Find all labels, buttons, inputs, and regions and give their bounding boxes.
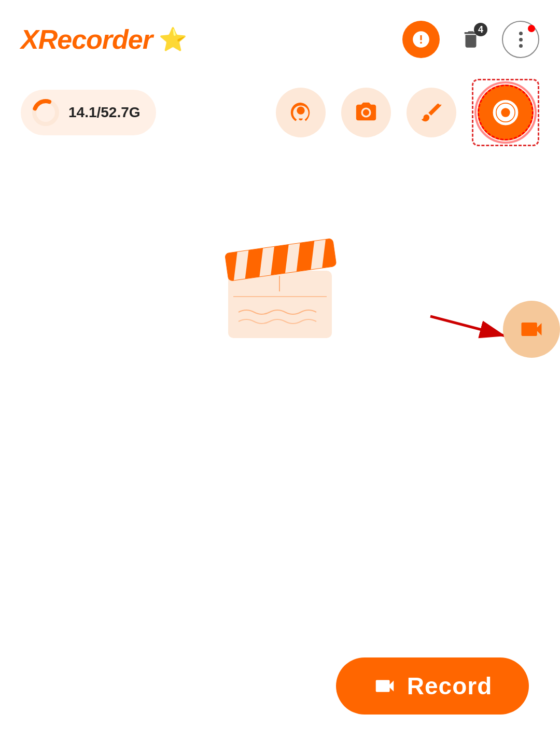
trash-badge: 4 bbox=[474, 23, 487, 36]
camera-icon bbox=[354, 101, 378, 124]
header: XRecorder ⭐ 4 bbox=[0, 0, 560, 68]
record-video-icon bbox=[373, 674, 397, 698]
storage-text: 14.1/52.7G bbox=[68, 104, 141, 121]
app-logo: XRecorder ⭐ bbox=[21, 24, 187, 55]
brush-icon bbox=[419, 101, 443, 124]
clapper-illustration bbox=[218, 229, 342, 343]
record-main-button[interactable] bbox=[478, 85, 534, 141]
floating-camera-button[interactable] bbox=[503, 301, 560, 358]
record-circle-icon bbox=[492, 99, 519, 126]
webcam-button[interactable] bbox=[276, 88, 326, 137]
screenshot-button[interactable] bbox=[341, 88, 391, 137]
webcam-icon bbox=[289, 101, 313, 124]
alert-button[interactable] bbox=[402, 21, 440, 58]
header-actions: 4 bbox=[402, 21, 539, 58]
brush-button[interactable] bbox=[407, 88, 456, 137]
record-main-wrapper bbox=[472, 79, 539, 146]
more-button[interactable] bbox=[502, 21, 539, 58]
storage-indicator: 14.1/52.7G bbox=[21, 90, 156, 135]
more-dots-icon bbox=[519, 32, 523, 48]
svg-line-17 bbox=[430, 316, 506, 336]
record-bottom-button[interactable]: Record bbox=[336, 657, 529, 715]
svg-point-2 bbox=[297, 107, 304, 115]
logo-text: XRecorder bbox=[21, 24, 152, 55]
record-bottom-label: Record bbox=[407, 672, 492, 700]
svg-rect-6 bbox=[228, 271, 332, 338]
floating-camera-icon bbox=[518, 316, 545, 343]
storage-donut-chart bbox=[31, 98, 60, 127]
toolbar: 14.1/52.7G bbox=[0, 68, 560, 157]
trash-button[interactable]: 4 bbox=[452, 21, 489, 58]
alert-icon bbox=[411, 30, 431, 49]
notification-dot bbox=[528, 25, 535, 32]
svg-point-4 bbox=[501, 108, 510, 117]
logo-star-icon: ⭐ bbox=[159, 26, 187, 53]
